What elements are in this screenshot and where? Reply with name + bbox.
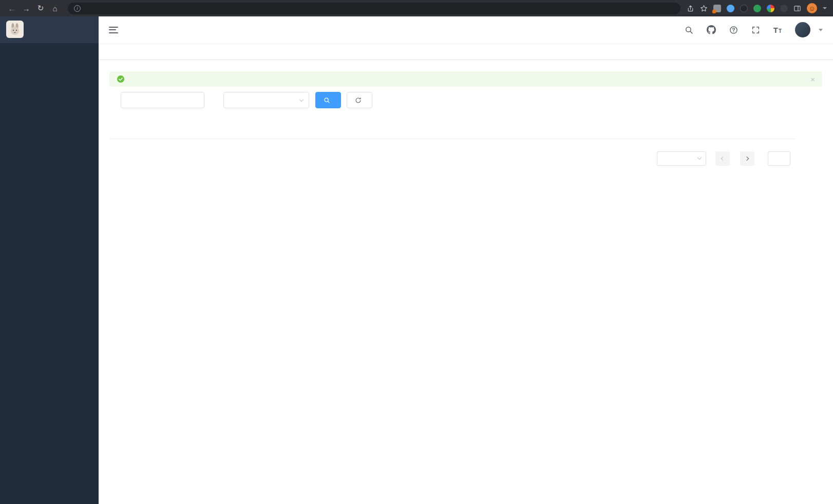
prev-page-button[interactable] (715, 151, 730, 166)
success-check-icon (117, 75, 125, 83)
search-icon (324, 97, 330, 104)
sidebar-toggle-icon[interactable] (109, 27, 118, 33)
share-icon[interactable] (687, 5, 694, 12)
help-icon[interactable] (729, 26, 738, 34)
refresh-icon (355, 97, 362, 104)
col-access-token (109, 118, 258, 139)
user-avatar (795, 22, 810, 37)
col-actions (716, 118, 796, 139)
site-info-icon[interactable]: i (74, 5, 81, 12)
extension-icon[interactable] (713, 5, 721, 12)
topbar-actions: TT (685, 22, 823, 37)
pagination (109, 151, 796, 176)
font-size-icon[interactable]: TT (773, 26, 782, 34)
logo-avatar (6, 21, 24, 40)
next-page-button[interactable] (740, 151, 754, 166)
back-icon[interactable]: ← (5, 2, 18, 15)
token-table (109, 118, 796, 139)
user-menu[interactable] (795, 22, 823, 37)
sidebar-menu (0, 43, 99, 504)
extension-icon[interactable] (727, 5, 734, 12)
extension-icon[interactable] (780, 5, 788, 12)
user-type-select[interactable] (223, 92, 309, 108)
table-header-row (109, 118, 796, 139)
browser-chrome: ← → ↻ ⌂ i ☺ (0, 0, 833, 16)
chevron-down-icon (819, 29, 823, 31)
chevron-down-icon (697, 156, 702, 160)
goto-page-input[interactable] (768, 151, 790, 166)
chevron-right-icon (745, 156, 749, 160)
topbar: TT (99, 16, 833, 43)
browser-actions: ☺ (687, 3, 828, 13)
fullscreen-icon[interactable] (751, 26, 760, 34)
chevron-down-icon (299, 97, 304, 101)
extension-icon[interactable] (753, 5, 761, 12)
col-refresh-token (258, 118, 407, 139)
app-logo[interactable] (0, 16, 99, 43)
side-panel-icon[interactable] (793, 5, 801, 12)
col-create-time (537, 118, 625, 139)
chevron-left-icon (721, 156, 725, 160)
address-bar[interactable]: i (68, 3, 680, 14)
search-icon[interactable] (685, 26, 693, 34)
col-user-id (407, 118, 486, 139)
tags-bar (99, 43, 833, 60)
sidebar (0, 16, 99, 504)
page-size-select[interactable] (657, 151, 706, 166)
user-id-input[interactable] (121, 92, 204, 108)
forward-icon[interactable]: → (20, 2, 33, 15)
browser-profile-avatar[interactable]: ☺ (807, 3, 817, 13)
chevron-down-icon[interactable] (823, 7, 827, 9)
doc-alert: × (109, 71, 822, 87)
col-user-type (486, 118, 537, 139)
col-expire-time (625, 118, 716, 139)
close-icon[interactable]: × (810, 75, 815, 83)
github-icon[interactable] (707, 25, 716, 34)
page-content: × (99, 60, 833, 504)
reset-button[interactable] (347, 92, 372, 108)
search-button[interactable] (315, 92, 341, 108)
reload-icon[interactable]: ↻ (34, 2, 47, 15)
home-icon[interactable]: ⌂ (48, 2, 62, 15)
extension-icon[interactable] (740, 5, 748, 12)
bookmark-star-icon[interactable] (700, 5, 708, 12)
filter-bar (109, 92, 822, 108)
extensions-puzzle-icon[interactable] (767, 5, 774, 12)
